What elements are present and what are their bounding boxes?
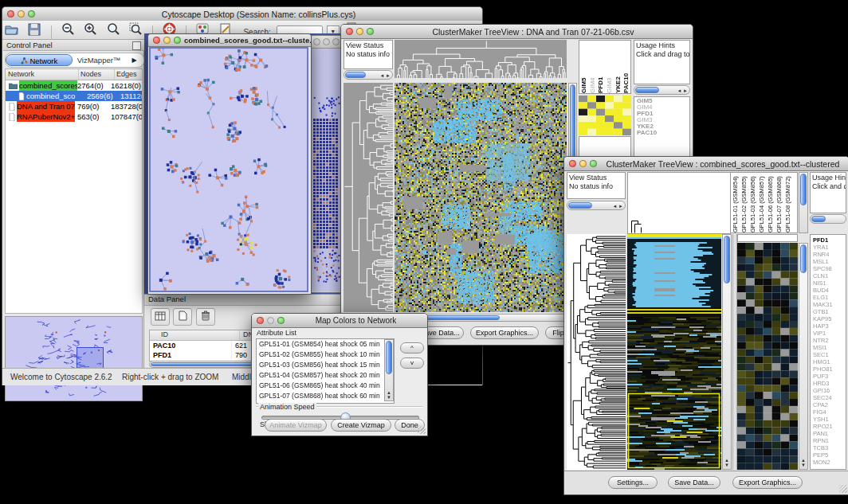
resize-grip[interactable] — [418, 426, 426, 434]
tab-vizmapper[interactable]: VizMapper™ — [73, 56, 125, 64]
main-titlebar[interactable]: Cytoscape Desktop (Session Name: collins… — [2, 7, 482, 21]
dialog-titlebar[interactable]: Map Colors to Network — [252, 314, 427, 328]
resize-grip[interactable] — [839, 485, 847, 493]
network-edges: 13112(15) — [120, 91, 142, 101]
minimize-button[interactable] — [163, 37, 171, 44]
attribute-list-item[interactable]: GPL51-03 (GSM856) heat shock 15 min — [259, 360, 394, 370]
column-label: YKE2 — [614, 41, 622, 93]
network-graph-canvas[interactable] — [151, 49, 307, 291]
inactive-titlebar[interactable] — [311, 36, 343, 49]
attribute-list-item[interactable]: GPL51-06 (GSM865) heat shock 40 min — [259, 381, 394, 391]
tv2-global-vscrollbar[interactable]: ▲▼ — [722, 234, 732, 470]
zoom-in-icon[interactable] — [81, 22, 100, 38]
network-table-row[interactable]: combined_sco2569(6)13112(15) — [6, 91, 142, 101]
minimize-button[interactable] — [267, 317, 274, 324]
tab-network[interactable]: Network — [6, 54, 73, 66]
network-edges: 183728(0) — [111, 101, 142, 111]
network-view-titlebar[interactable]: combined_scores_good.txt--cluste... — [148, 34, 311, 47]
tv1-row-dendrogram[interactable] — [344, 83, 393, 312]
close-button[interactable] — [569, 160, 576, 167]
network-tab-icon — [21, 57, 28, 64]
id-column-header[interactable]: ID — [150, 330, 240, 340]
close-button[interactable] — [346, 28, 353, 35]
zoom-button[interactable] — [174, 37, 181, 44]
network-table: Network Nodes Edges combined_scores2764(… — [5, 68, 143, 314]
treeview1-titlebar[interactable]: ClusterMaker TreeView : DNA and Tran 07-… — [341, 25, 693, 39]
network-table-row[interactable]: RNAPuberNov2+563(0)107847(0) — [6, 111, 142, 122]
tv2-status-hscrollbar[interactable]: ◄ ► — [567, 201, 626, 210]
attribute-list-item[interactable]: GPL51-01 (GSM854) heat shock 05 min — [259, 339, 394, 350]
treeview2-titlebar[interactable]: ClusterMaker TreeView : combined_scores_… — [564, 157, 848, 171]
gene-label: MAK31 — [813, 301, 846, 308]
tv1-usage-hints: Usage Hints Click and drag to — [634, 40, 690, 84]
move-up-button[interactable]: ^ — [400, 342, 424, 354]
zoom-button[interactable] — [590, 160, 597, 167]
zoom-button[interactable] — [277, 317, 285, 324]
tv2-zoom-heatmap[interactable] — [737, 243, 798, 470]
col-edges[interactable]: Edges — [115, 69, 142, 80]
zoom-button[interactable] — [367, 28, 374, 35]
close-button[interactable] — [7, 10, 14, 18]
tv2-export-graphics-button[interactable]: Export Graphics... — [732, 476, 803, 489]
zoom-button[interactable] — [28, 10, 35, 18]
new-attribute-icon[interactable] — [173, 308, 192, 326]
tv1-summary-heatmap[interactable] — [579, 96, 631, 135]
attribute-list-item[interactable]: GPL51-07 (GSM868) heat shock 60 min — [259, 391, 394, 401]
select-attributes-icon[interactable] — [151, 308, 170, 326]
gene-label: SEC24 — [813, 394, 846, 401]
minimize-button[interactable] — [323, 38, 330, 45]
open-file-icon[interactable] — [2, 23, 22, 39]
network-nodes: 769(0) — [77, 101, 111, 111]
save-icon[interactable] — [25, 23, 44, 39]
zoom-out-icon[interactable] — [58, 22, 77, 38]
gene-label: HAP3 — [813, 322, 846, 330]
tv2-collabel-vscrollbar[interactable] — [799, 172, 808, 233]
treeview2-window: ClusterMaker TreeView : combined_scores_… — [563, 156, 848, 495]
col-nodes[interactable]: Nodes — [79, 69, 115, 80]
tv1-column-dendrogram[interactable] — [395, 40, 567, 78]
toolbar-separator — [51, 25, 52, 40]
tv2-usage-hscrollbar[interactable] — [810, 214, 846, 224]
tv2-column-dendrogram[interactable] — [627, 172, 731, 234]
tv1-global-heatmap[interactable] — [395, 83, 567, 312]
col-network[interactable]: Network — [6, 69, 79, 80]
network-table-row[interactable]: combined_scores2764(0)16218(0) — [6, 80, 142, 91]
tv2-global-heatmap[interactable] — [627, 234, 721, 470]
tv2-settings-button[interactable]: Settings... — [608, 476, 658, 489]
zoom-fit-icon[interactable] — [104, 22, 123, 38]
attribute-list-item[interactable]: GPL51-02 (GSM855) heat shock 10 min — [259, 350, 394, 360]
tv2-column-labels: GPL51-01 (GSM854)GPL51-02 (GSM855)GPL51-… — [731, 172, 798, 233]
minimize-button[interactable] — [579, 160, 587, 167]
tv2-save-data-button[interactable]: Save Data... — [668, 476, 720, 489]
minimize-button[interactable] — [18, 10, 25, 18]
column-label: GPL51-01 (GSM854) — [731, 173, 740, 232]
tv1-column-labels: GIM5GIM4PFD1GIM3YKE2PAC10 — [579, 40, 631, 94]
zoom-selected-icon[interactable] — [127, 22, 146, 38]
move-down-button[interactable]: v — [400, 357, 424, 369]
float-panel-icon[interactable] — [132, 41, 141, 50]
tv1-usage-hscrollbar[interactable]: ◄ ► — [634, 85, 690, 95]
control-panel: Control Panel Network VizMapper™ ▶ Netwo… — [3, 40, 144, 368]
attribute-list-item[interactable]: GPL51-04 (GSM857) heat shock 20 min — [259, 370, 394, 381]
network-overview-panel[interactable] — [5, 316, 143, 401]
gene-id: PAC10 — [150, 341, 232, 350]
tv2-row-dendrogram[interactable] — [567, 234, 626, 470]
network-table-row[interactable]: DNA and Tran 07769(0)183728(0) — [6, 101, 142, 111]
attribute-list-vscrollbar[interactable]: ▲▼ — [384, 339, 394, 401]
delete-attribute-trash-icon[interactable] — [196, 308, 215, 326]
tv2-zoom-vscrollbar[interactable]: ▲▼ — [799, 243, 808, 470]
gene-label: NIS1 — [813, 279, 846, 287]
minimize-button[interactable] — [356, 28, 363, 35]
close-button[interactable] — [257, 317, 264, 324]
close-button[interactable] — [313, 38, 320, 45]
dialog-title: Map Colors to Network — [285, 316, 427, 325]
tab-overflow-arrow[interactable]: ▶ — [125, 57, 143, 64]
network-nodes: 2569(6) — [87, 91, 120, 101]
zoom-button[interactable] — [332, 38, 340, 45]
create-vizmap-button[interactable]: Create Vizmap — [331, 419, 391, 432]
animate-vizmap-button[interactable]: Animate Vizmap — [265, 419, 327, 432]
inactive-network-window[interactable] — [310, 35, 344, 293]
tv1-export-graphics-button[interactable]: Export Graphics... — [470, 326, 539, 339]
close-button[interactable] — [153, 37, 160, 44]
tv1-status-hscrollbar[interactable]: ◄ ► — [344, 70, 393, 80]
